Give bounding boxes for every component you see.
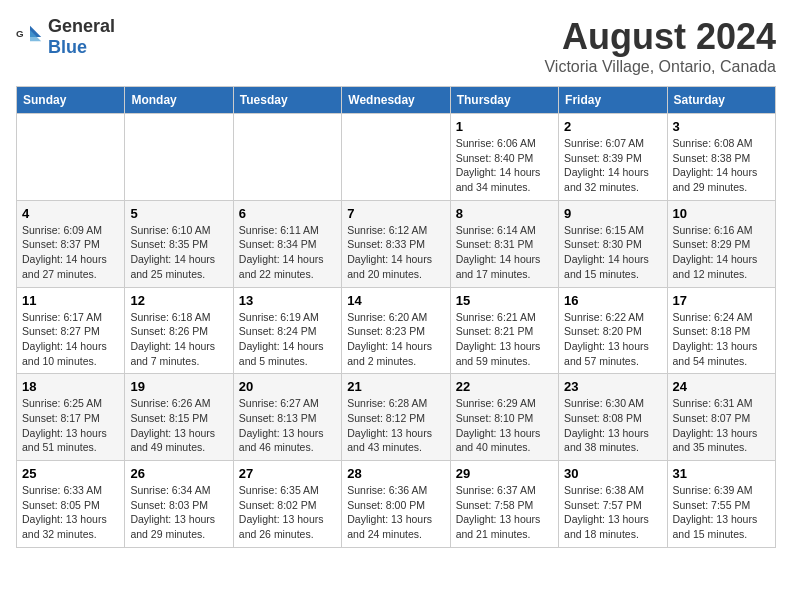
day-info: Sunrise: 6:28 AM Sunset: 8:12 PM Dayligh… — [347, 396, 444, 455]
subtitle: Victoria Village, Ontario, Canada — [544, 58, 776, 76]
calendar-cell: 30Sunrise: 6:38 AM Sunset: 7:57 PM Dayli… — [559, 461, 667, 548]
day-info: Sunrise: 6:34 AM Sunset: 8:03 PM Dayligh… — [130, 483, 227, 542]
day-info: Sunrise: 6:25 AM Sunset: 8:17 PM Dayligh… — [22, 396, 119, 455]
calendar-cell: 2Sunrise: 6:07 AM Sunset: 8:39 PM Daylig… — [559, 114, 667, 201]
day-number: 25 — [22, 466, 119, 481]
day-header-thursday: Thursday — [450, 87, 558, 114]
day-header-tuesday: Tuesday — [233, 87, 341, 114]
calendar-cell: 9Sunrise: 6:15 AM Sunset: 8:30 PM Daylig… — [559, 200, 667, 287]
day-info: Sunrise: 6:09 AM Sunset: 8:37 PM Dayligh… — [22, 223, 119, 282]
day-info: Sunrise: 6:35 AM Sunset: 8:02 PM Dayligh… — [239, 483, 336, 542]
logo-text: General Blue — [48, 16, 115, 58]
week-row-2: 11Sunrise: 6:17 AM Sunset: 8:27 PM Dayli… — [17, 287, 776, 374]
day-info: Sunrise: 6:10 AM Sunset: 8:35 PM Dayligh… — [130, 223, 227, 282]
day-number: 3 — [673, 119, 770, 134]
day-info: Sunrise: 6:37 AM Sunset: 7:58 PM Dayligh… — [456, 483, 553, 542]
day-number: 11 — [22, 293, 119, 308]
calendar-cell: 6Sunrise: 6:11 AM Sunset: 8:34 PM Daylig… — [233, 200, 341, 287]
logo: G General Blue — [16, 16, 115, 58]
day-number: 8 — [456, 206, 553, 221]
calendar-cell: 1Sunrise: 6:06 AM Sunset: 8:40 PM Daylig… — [450, 114, 558, 201]
day-info: Sunrise: 6:14 AM Sunset: 8:31 PM Dayligh… — [456, 223, 553, 282]
day-info: Sunrise: 6:19 AM Sunset: 8:24 PM Dayligh… — [239, 310, 336, 369]
day-number: 24 — [673, 379, 770, 394]
calendar-cell: 8Sunrise: 6:14 AM Sunset: 8:31 PM Daylig… — [450, 200, 558, 287]
day-info: Sunrise: 6:29 AM Sunset: 8:10 PM Dayligh… — [456, 396, 553, 455]
calendar-cell: 24Sunrise: 6:31 AM Sunset: 8:07 PM Dayli… — [667, 374, 775, 461]
day-number: 26 — [130, 466, 227, 481]
calendar-cell: 12Sunrise: 6:18 AM Sunset: 8:26 PM Dayli… — [125, 287, 233, 374]
day-info: Sunrise: 6:33 AM Sunset: 8:05 PM Dayligh… — [22, 483, 119, 542]
logo-icon: G — [16, 23, 44, 51]
calendar-cell: 10Sunrise: 6:16 AM Sunset: 8:29 PM Dayli… — [667, 200, 775, 287]
day-number: 7 — [347, 206, 444, 221]
day-number: 20 — [239, 379, 336, 394]
day-number: 28 — [347, 466, 444, 481]
day-number: 27 — [239, 466, 336, 481]
week-row-3: 18Sunrise: 6:25 AM Sunset: 8:17 PM Dayli… — [17, 374, 776, 461]
day-info: Sunrise: 6:30 AM Sunset: 8:08 PM Dayligh… — [564, 396, 661, 455]
day-number: 9 — [564, 206, 661, 221]
calendar-cell — [233, 114, 341, 201]
page-header: G General Blue August 2024 Victoria Vill… — [16, 16, 776, 76]
day-header-saturday: Saturday — [667, 87, 775, 114]
day-header-monday: Monday — [125, 87, 233, 114]
day-number: 19 — [130, 379, 227, 394]
calendar-cell: 26Sunrise: 6:34 AM Sunset: 8:03 PM Dayli… — [125, 461, 233, 548]
calendar-cell: 22Sunrise: 6:29 AM Sunset: 8:10 PM Dayli… — [450, 374, 558, 461]
calendar-cell: 3Sunrise: 6:08 AM Sunset: 8:38 PM Daylig… — [667, 114, 775, 201]
day-number: 14 — [347, 293, 444, 308]
svg-text:G: G — [16, 28, 24, 39]
calendar-cell: 23Sunrise: 6:30 AM Sunset: 8:08 PM Dayli… — [559, 374, 667, 461]
day-info: Sunrise: 6:27 AM Sunset: 8:13 PM Dayligh… — [239, 396, 336, 455]
day-header-sunday: Sunday — [17, 87, 125, 114]
logo-general: General — [48, 16, 115, 36]
logo-blue: Blue — [48, 37, 87, 57]
day-header-friday: Friday — [559, 87, 667, 114]
calendar-cell: 29Sunrise: 6:37 AM Sunset: 7:58 PM Dayli… — [450, 461, 558, 548]
day-number: 1 — [456, 119, 553, 134]
day-info: Sunrise: 6:07 AM Sunset: 8:39 PM Dayligh… — [564, 136, 661, 195]
week-row-4: 25Sunrise: 6:33 AM Sunset: 8:05 PM Dayli… — [17, 461, 776, 548]
header-row: SundayMondayTuesdayWednesdayThursdayFrid… — [17, 87, 776, 114]
calendar-cell: 11Sunrise: 6:17 AM Sunset: 8:27 PM Dayli… — [17, 287, 125, 374]
calendar-cell: 27Sunrise: 6:35 AM Sunset: 8:02 PM Dayli… — [233, 461, 341, 548]
calendar-cell: 13Sunrise: 6:19 AM Sunset: 8:24 PM Dayli… — [233, 287, 341, 374]
day-info: Sunrise: 6:26 AM Sunset: 8:15 PM Dayligh… — [130, 396, 227, 455]
calendar-cell: 18Sunrise: 6:25 AM Sunset: 8:17 PM Dayli… — [17, 374, 125, 461]
day-number: 10 — [673, 206, 770, 221]
day-info: Sunrise: 6:16 AM Sunset: 8:29 PM Dayligh… — [673, 223, 770, 282]
calendar-cell: 16Sunrise: 6:22 AM Sunset: 8:20 PM Dayli… — [559, 287, 667, 374]
calendar-cell: 25Sunrise: 6:33 AM Sunset: 8:05 PM Dayli… — [17, 461, 125, 548]
week-row-1: 4Sunrise: 6:09 AM Sunset: 8:37 PM Daylig… — [17, 200, 776, 287]
day-number: 15 — [456, 293, 553, 308]
day-number: 5 — [130, 206, 227, 221]
day-number: 23 — [564, 379, 661, 394]
day-info: Sunrise: 6:11 AM Sunset: 8:34 PM Dayligh… — [239, 223, 336, 282]
day-info: Sunrise: 6:31 AM Sunset: 8:07 PM Dayligh… — [673, 396, 770, 455]
day-number: 12 — [130, 293, 227, 308]
day-number: 2 — [564, 119, 661, 134]
calendar-cell — [125, 114, 233, 201]
day-number: 6 — [239, 206, 336, 221]
day-number: 16 — [564, 293, 661, 308]
day-number: 31 — [673, 466, 770, 481]
day-number: 17 — [673, 293, 770, 308]
day-info: Sunrise: 6:17 AM Sunset: 8:27 PM Dayligh… — [22, 310, 119, 369]
calendar-cell: 20Sunrise: 6:27 AM Sunset: 8:13 PM Dayli… — [233, 374, 341, 461]
day-info: Sunrise: 6:12 AM Sunset: 8:33 PM Dayligh… — [347, 223, 444, 282]
day-number: 30 — [564, 466, 661, 481]
day-info: Sunrise: 6:15 AM Sunset: 8:30 PM Dayligh… — [564, 223, 661, 282]
day-info: Sunrise: 6:36 AM Sunset: 8:00 PM Dayligh… — [347, 483, 444, 542]
calendar-cell: 7Sunrise: 6:12 AM Sunset: 8:33 PM Daylig… — [342, 200, 450, 287]
day-number: 21 — [347, 379, 444, 394]
day-info: Sunrise: 6:08 AM Sunset: 8:38 PM Dayligh… — [673, 136, 770, 195]
day-info: Sunrise: 6:39 AM Sunset: 7:55 PM Dayligh… — [673, 483, 770, 542]
calendar-cell — [17, 114, 125, 201]
day-info: Sunrise: 6:20 AM Sunset: 8:23 PM Dayligh… — [347, 310, 444, 369]
calendar-cell: 14Sunrise: 6:20 AM Sunset: 8:23 PM Dayli… — [342, 287, 450, 374]
day-number: 18 — [22, 379, 119, 394]
day-info: Sunrise: 6:24 AM Sunset: 8:18 PM Dayligh… — [673, 310, 770, 369]
day-number: 4 — [22, 206, 119, 221]
day-info: Sunrise: 6:21 AM Sunset: 8:21 PM Dayligh… — [456, 310, 553, 369]
